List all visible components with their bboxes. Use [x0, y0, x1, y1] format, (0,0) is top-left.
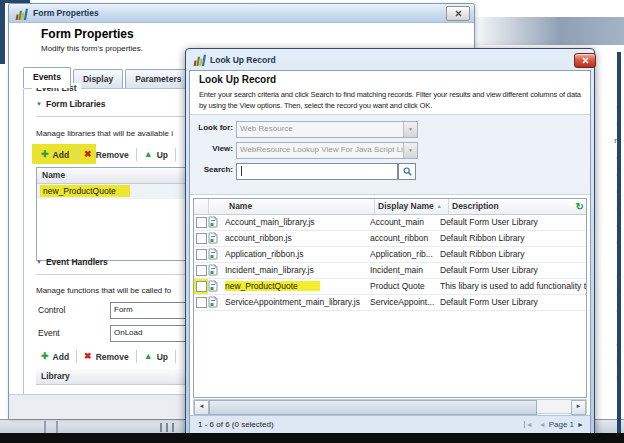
section-label: Form Libraries: [46, 99, 106, 109]
status-bar: 1 - 6 of 6 (0 selected) ◄ ◄ Page 1 ►: [190, 415, 590, 434]
remove-button[interactable]: ✖Remove: [77, 145, 136, 164]
lookup-titlebar[interactable]: Look Up Record: [189, 51, 591, 69]
up-icon: ▲: [144, 150, 153, 159]
refresh-icon[interactable]: ↻: [576, 201, 584, 212]
form-properties-titlebar[interactable]: Form Properties: [9, 4, 474, 23]
tab-parameters[interactable]: Parameters: [125, 69, 191, 88]
column-header-display-name[interactable]: Display Name▲: [374, 199, 448, 214]
record-count: 1 - 6 of 6 (0 selected): [198, 420, 274, 429]
event-handlers-section-header[interactable]: ▼Event Handlers: [36, 257, 108, 267]
scrollbar-track[interactable]: [537, 400, 571, 413]
crm-app-icon: [193, 53, 206, 66]
add-icon: ✚: [41, 150, 49, 159]
lookup-content-panel: Look Up Record Enter your search criteri…: [189, 70, 591, 434]
checkbox-column-header: [194, 199, 208, 214]
up-icon: ▲: [144, 352, 153, 361]
search-button[interactable]: [398, 163, 416, 180]
statusbar-divider: [44, 421, 46, 433]
table-row[interactable]: Application_ribbon.js Application_rib...…: [194, 247, 586, 263]
script-file-icon: [208, 280, 218, 292]
sort-asc-icon: ▲: [437, 203, 442, 209]
page-label: Page 1: [549, 420, 574, 429]
close-icon: [582, 57, 589, 64]
toolbar-separator: [175, 148, 176, 161]
lookup-record-dialog: Look Up Record Look Up Record Enter your…: [185, 48, 595, 439]
statusbar-divider: [56, 421, 58, 433]
table-row[interactable]: ServiceAppointment_main_library.js Servi…: [194, 295, 586, 311]
event-handlers-toolbar: ✚Add ✖Remove ▲Up: [34, 347, 176, 366]
close-button[interactable]: [446, 6, 470, 21]
window-title: Look Up Record: [210, 51, 276, 69]
look-for-label: Look for:: [190, 123, 233, 132]
first-page-icon[interactable]: ◄: [524, 421, 533, 428]
scroll-left-icon[interactable]: ◄: [194, 400, 209, 415]
window-title: Form Properties: [33, 4, 99, 22]
pager: ◄ ◄ Page 1 ►: [521, 420, 584, 429]
taskbar-edge: [0, 433, 624, 443]
up-button[interactable]: ▲Up: [137, 145, 175, 164]
up-button[interactable]: ▲Up: [137, 347, 175, 366]
add-button[interactable]: ✚Add: [34, 347, 76, 366]
dropdown-icon[interactable]: ▼: [403, 122, 417, 137]
remove-icon: ✖: [84, 352, 92, 361]
row-checkbox[interactable]: [196, 249, 207, 260]
close-icon: [455, 10, 462, 17]
dialog-heading: Form Properties: [41, 27, 134, 41]
event-handlers-description: Manage functions that will be called fo: [36, 286, 171, 295]
background-window-edge: [0, 0, 5, 64]
background-window-border: [617, 52, 621, 433]
dialog-heading: Look Up Record: [199, 74, 276, 85]
row-checkbox[interactable]: [196, 217, 207, 228]
column-header-description[interactable]: Description: [448, 199, 586, 214]
screenshot-canvas: a n m e e e u e o t n a o c o h b Form P…: [0, 0, 624, 443]
row-checkbox[interactable]: [196, 233, 207, 244]
icon-column-header: [208, 199, 229, 214]
horizontal-scrollbar[interactable]: ◄ ►: [193, 399, 587, 414]
results-table: Name Display Name▲ Description ↻ Account…: [193, 198, 587, 398]
row-checkbox[interactable]: [196, 281, 207, 292]
table-row-highlighted[interactable]: new_ProductQuote Product Quote This liba…: [194, 279, 586, 295]
event-label: Event: [38, 328, 60, 338]
add-button[interactable]: ✚Add: [34, 145, 76, 164]
script-file-icon: [208, 264, 218, 276]
form-libraries-description: Manage libraries that will be available …: [36, 129, 173, 138]
search-input[interactable]: [236, 163, 398, 180]
text-caret: [241, 166, 242, 176]
view-select[interactable]: WebResource Lookup View For Java Script …: [236, 142, 418, 159]
scrollbar-thumb[interactable]: [209, 400, 537, 415]
collapse-icon: ▼: [36, 101, 42, 107]
scroll-right-icon[interactable]: ►: [571, 400, 586, 415]
section-label: Event Handlers: [46, 257, 108, 267]
table-row[interactable]: Incident_main_library.js Incident_main D…: [194, 263, 586, 279]
script-file-icon: [208, 232, 218, 244]
dialog-subtitle: Modify this form's properties.: [41, 44, 143, 53]
close-button[interactable]: [574, 53, 596, 68]
script-file-icon: [208, 296, 218, 308]
background-gradient-band: [473, 17, 624, 45]
row-checkbox[interactable]: [196, 297, 207, 308]
look-for-select[interactable]: Web Resource ▼: [236, 121, 418, 138]
table-row[interactable]: account_ribbon.js account_ribbon Default…: [194, 231, 586, 247]
dropdown-icon[interactable]: ▼: [403, 143, 417, 158]
crm-app-icon: [15, 7, 28, 20]
resize-grip: [160, 423, 178, 432]
row-checkbox[interactable]: [196, 265, 207, 276]
column-header-name[interactable]: Name: [229, 199, 374, 214]
view-label: View:: [190, 144, 233, 153]
dialog-description: Enter your search criteria and click Sea…: [199, 89, 589, 111]
script-file-icon: [208, 216, 218, 228]
table-row[interactable]: Account_main_library.js Account_main Def…: [194, 215, 586, 231]
tab-events[interactable]: Events: [23, 67, 71, 88]
previous-page-icon[interactable]: ◄: [539, 421, 546, 428]
form-libraries-section-header[interactable]: ▼Form Libraries: [36, 99, 105, 109]
add-icon: ✚: [41, 352, 49, 361]
script-file-icon: [208, 248, 218, 260]
library-name: new_ProductQuote: [40, 185, 130, 197]
form-libraries-toolbar: ✚Add ✖Remove ▲Up: [34, 145, 176, 164]
control-label: Control: [38, 305, 65, 315]
search-criteria-area: Look for: Web Resource ▼ View: WebResour…: [190, 114, 590, 195]
remove-icon: ✖: [84, 150, 92, 159]
next-page-icon[interactable]: ►: [577, 421, 584, 428]
highlighted-library-name: new_ProductQuote: [225, 281, 320, 291]
remove-button[interactable]: ✖Remove: [77, 347, 136, 366]
